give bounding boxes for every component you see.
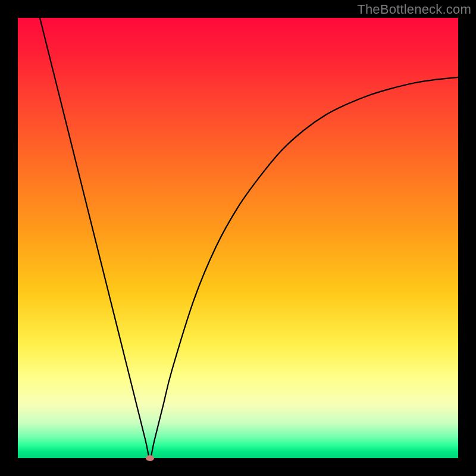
minimum-marker [146, 455, 154, 461]
bottleneck-curve [18, 18, 458, 458]
watermark-text: TheBottleneck.com [357, 2, 471, 17]
plot-area [18, 18, 458, 458]
chart-frame: TheBottleneck.com [0, 0, 476, 476]
